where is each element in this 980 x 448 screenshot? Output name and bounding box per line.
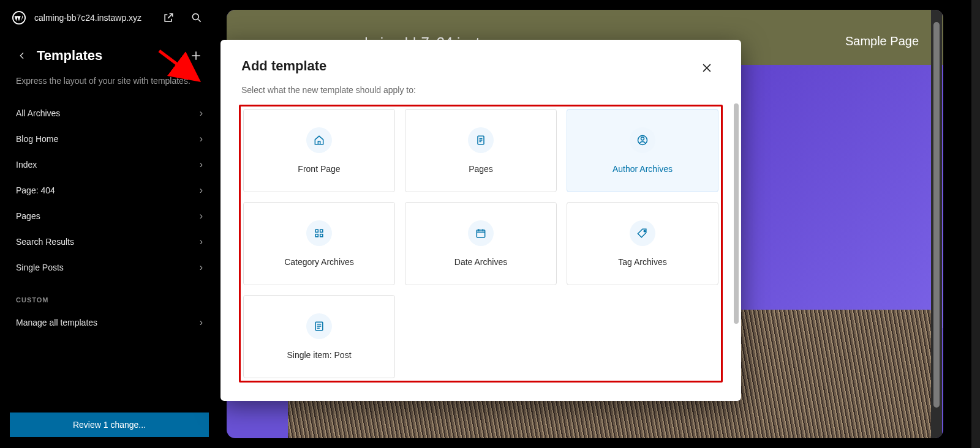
sidebar-item-label: Pages xyxy=(16,211,40,221)
chevron-right-icon: › xyxy=(200,108,203,119)
modal-body: Front Page Pages Author Archives xyxy=(221,103,741,401)
svg-rect-7 xyxy=(320,230,323,232)
template-card-grid: Front Page Pages Author Archives xyxy=(243,109,718,378)
template-card-date-archives[interactable]: Date Archives xyxy=(405,202,557,285)
chevron-right-icon: › xyxy=(200,211,203,222)
author-icon xyxy=(630,127,655,153)
template-card-label: Tag Archives xyxy=(618,257,666,267)
sidebar-item-index[interactable]: Index› xyxy=(0,152,219,177)
preview-nav-link[interactable]: Sample Page xyxy=(845,34,919,48)
svg-rect-10 xyxy=(477,230,484,237)
search-icon[interactable] xyxy=(187,8,206,28)
sidebar-item-label: Manage all templates xyxy=(16,318,97,327)
home-icon xyxy=(306,127,332,153)
preview-scrollbar-thumb[interactable] xyxy=(933,22,940,408)
template-card-pages[interactable]: Pages xyxy=(405,109,557,192)
calendar-icon xyxy=(468,220,494,246)
sidebar-item-all-archives[interactable]: All Archives› xyxy=(0,100,219,126)
sidebar-item-blog-home[interactable]: Blog Home› xyxy=(0,126,219,152)
site-url[interactable]: calming-bb7c24.instawp.xyz xyxy=(34,13,150,23)
template-card-label: Single item: Post xyxy=(287,350,351,360)
template-card-author-archives[interactable]: Author Archives xyxy=(567,109,718,192)
chevron-right-icon: › xyxy=(200,236,203,247)
open-external-icon[interactable] xyxy=(159,8,178,28)
annotation-highlight-box: Front Page Pages Author Archives xyxy=(239,105,723,383)
modal-instruction: Select what the new template should appl… xyxy=(221,83,741,103)
sidebar-item-label: Blog Home xyxy=(16,134,58,144)
sidebar-item-search-results[interactable]: Search Results› xyxy=(0,229,219,255)
template-card-tag-archives[interactable]: Tag Archives xyxy=(567,202,718,285)
svg-point-11 xyxy=(644,231,645,232)
preview-scrollbar-track[interactable] xyxy=(931,10,942,438)
modal-scrollbar-thumb[interactable] xyxy=(734,103,739,324)
add-template-button[interactable] xyxy=(187,47,205,65)
template-card-label: Pages xyxy=(469,164,493,174)
sidebar: calming-bb7c24.instawp.xyz Templates Exp… xyxy=(0,0,219,448)
template-card-label: Category Archives xyxy=(284,257,354,267)
svg-rect-8 xyxy=(315,234,318,237)
template-card-single-item-post[interactable]: Single item: Post xyxy=(243,295,395,378)
section-header: Templates xyxy=(0,35,219,67)
grid-icon xyxy=(306,220,332,246)
modal-title: Add template xyxy=(241,58,697,74)
svg-point-5 xyxy=(641,137,644,140)
close-icon[interactable] xyxy=(697,58,717,78)
sidebar-item-label: Index xyxy=(16,160,37,170)
sidebar-item-manage-all[interactable]: Manage all templates› xyxy=(0,310,219,335)
sidebar-item-label: All Archives xyxy=(16,108,60,118)
sidebar-item-label: Page: 404 xyxy=(16,185,55,195)
svg-point-1 xyxy=(192,13,198,20)
chevron-right-icon: › xyxy=(200,262,203,273)
template-card-front-page[interactable]: Front Page xyxy=(243,109,395,192)
template-nav-list: All Archives› Blog Home› Index› Page: 40… xyxy=(0,100,219,406)
page-title: Templates xyxy=(37,48,187,64)
sidebar-topbar: calming-bb7c24.instawp.xyz xyxy=(0,0,219,35)
document-icon xyxy=(468,127,494,153)
template-card-label: Front Page xyxy=(298,164,340,174)
sidebar-item-page-404[interactable]: Page: 404› xyxy=(0,177,219,203)
chevron-right-icon: › xyxy=(200,317,203,328)
window-scrollbar[interactable] xyxy=(971,0,980,448)
template-card-label: Author Archives xyxy=(612,164,673,174)
template-card-category-archives[interactable]: Category Archives xyxy=(243,202,395,285)
back-button[interactable] xyxy=(13,47,31,64)
post-icon xyxy=(306,313,332,339)
chevron-right-icon: › xyxy=(200,185,203,196)
sidebar-item-single-posts[interactable]: Single Posts› xyxy=(0,255,219,280)
svg-rect-9 xyxy=(320,234,323,237)
chevron-right-icon: › xyxy=(200,159,203,170)
add-template-modal: Add template Select what the new templat… xyxy=(221,40,741,401)
review-changes-button[interactable]: Review 1 change... xyxy=(10,413,209,437)
svg-rect-6 xyxy=(315,230,318,232)
template-card-label: Date Archives xyxy=(454,257,507,267)
sidebar-item-label: Search Results xyxy=(16,237,74,247)
sidebar-item-pages[interactable]: Pages› xyxy=(0,203,219,229)
sidebar-custom-heading: CUSTOM xyxy=(0,280,219,310)
sidebar-item-label: Single Posts xyxy=(16,263,64,272)
tag-icon xyxy=(630,220,655,246)
section-description: Express the layout of your site with tem… xyxy=(0,67,219,100)
chevron-right-icon: › xyxy=(200,133,203,144)
wordpress-logo-icon[interactable] xyxy=(12,11,26,24)
